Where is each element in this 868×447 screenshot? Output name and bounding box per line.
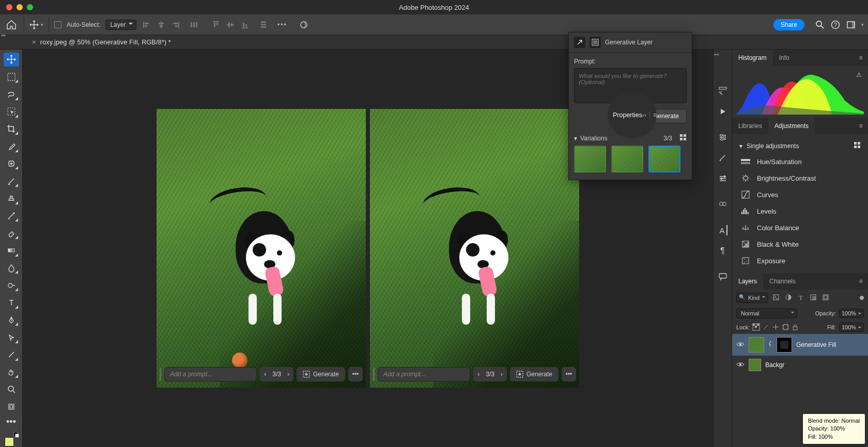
pen-tool[interactable] bbox=[4, 313, 19, 327]
panel-icon-properties[interactable] bbox=[718, 132, 728, 142]
tab-libraries[interactable]: Libraries bbox=[732, 118, 768, 134]
align-bottom-icon[interactable] bbox=[240, 20, 250, 30]
panel-menu-icon[interactable]: ≡ bbox=[653, 111, 657, 119]
panel-icon-history[interactable] bbox=[718, 86, 728, 96]
align-right-icon[interactable] bbox=[171, 20, 181, 30]
tab-adjustments[interactable]: Adjustments bbox=[768, 118, 815, 134]
filter-pixel-icon[interactable] bbox=[771, 294, 781, 302]
variation-thumbnail-3[interactable] bbox=[648, 146, 680, 172]
generate-button[interactable]: Generate bbox=[510, 367, 559, 381]
align-top-icon[interactable] bbox=[211, 20, 221, 30]
panel-icon-character[interactable]: A bbox=[718, 225, 727, 235]
layer-thumbnail[interactable] bbox=[749, 359, 761, 371]
taskbar-grip[interactable] bbox=[373, 368, 375, 381]
panel-menu-icon[interactable]: ≡ bbox=[854, 50, 868, 66]
adj-brightness-contrast[interactable]: Brightness/Contrast bbox=[734, 170, 866, 186]
dodge-tool[interactable] bbox=[4, 278, 19, 292]
layer-filter-kind-dropdown[interactable]: Kind bbox=[736, 293, 768, 303]
gradient-tool[interactable] bbox=[4, 244, 19, 258]
panel-icon-swatches[interactable] bbox=[718, 199, 728, 210]
blend-mode-dropdown[interactable]: Normal bbox=[736, 308, 797, 318]
histogram-warning-icon[interactable]: ⚠ bbox=[856, 71, 862, 78]
taskbar-more-icon[interactable]: ••• bbox=[348, 367, 363, 381]
close-window-button[interactable] bbox=[6, 4, 12, 10]
lock-all-icon[interactable] bbox=[792, 324, 798, 331]
auto-select-checkbox[interactable] bbox=[54, 21, 61, 28]
frame-tool[interactable] bbox=[4, 400, 19, 414]
adj-curves[interactable]: Curves bbox=[734, 186, 866, 203]
filter-smart-icon[interactable] bbox=[821, 294, 830, 302]
properties-panel[interactable]: Properties ›› ≡ Generative Layer Prompt:… bbox=[568, 32, 692, 180]
panel-menu-icon[interactable]: ≡ bbox=[854, 118, 868, 134]
crop-tool[interactable] bbox=[4, 122, 19, 136]
next-variation-icon[interactable]: › bbox=[283, 371, 293, 378]
brush-tool[interactable] bbox=[4, 174, 19, 188]
close-tab-icon[interactable]: × bbox=[32, 38, 36, 46]
layer-name[interactable]: Generative Fill bbox=[796, 341, 836, 348]
taskbar-more-icon[interactable]: ••• bbox=[562, 367, 576, 381]
generate-button[interactable]: Generate bbox=[297, 367, 345, 381]
chevron-down-icon[interactable]: ▾ bbox=[739, 142, 742, 150]
align-left-icon[interactable] bbox=[142, 20, 152, 30]
prev-variation-icon[interactable]: ‹ bbox=[473, 371, 484, 378]
prompt-input[interactable]: Add a prompt... bbox=[378, 367, 470, 381]
next-variation-icon[interactable]: › bbox=[497, 371, 507, 378]
line-tool[interactable] bbox=[4, 348, 19, 362]
color-swatches[interactable] bbox=[4, 433, 19, 447]
taskbar-grip[interactable] bbox=[160, 368, 161, 381]
document-tab[interactable]: × roxy.jpeg @ 50% (Generative Fill, RGB/… bbox=[25, 36, 178, 48]
layer-thumbnail[interactable] bbox=[749, 337, 764, 353]
panel-icon-comments[interactable] bbox=[718, 272, 728, 282]
drag-handle-left[interactable]: ▸▸ bbox=[2, 33, 6, 38]
adjustments-grid-view-icon[interactable] bbox=[854, 141, 861, 150]
search-icon[interactable] bbox=[815, 20, 825, 30]
adj-color-balance[interactable]: Color Balance bbox=[734, 219, 866, 236]
layer-mask-link-icon[interactable] bbox=[768, 341, 772, 349]
workspace-chevron-icon[interactable]: ▾ bbox=[861, 22, 864, 27]
lock-transparency-icon[interactable] bbox=[753, 324, 760, 331]
move-tool[interactable] bbox=[4, 53, 19, 67]
marquee-tool[interactable] bbox=[4, 70, 19, 84]
zoom-window-button[interactable] bbox=[27, 4, 33, 10]
tab-histogram[interactable]: Histogram bbox=[732, 50, 773, 66]
home-button[interactable] bbox=[4, 18, 19, 32]
tab-channels[interactable]: Channels bbox=[763, 273, 802, 290]
help-icon[interactable]: ? bbox=[830, 20, 841, 30]
zoom-tool[interactable] bbox=[4, 382, 19, 396]
opacity-dropdown[interactable]: 100% bbox=[839, 309, 864, 318]
visibility-toggle-icon[interactable] bbox=[736, 341, 745, 349]
lock-position-icon[interactable] bbox=[772, 324, 779, 331]
align-vcenter-icon[interactable] bbox=[225, 20, 236, 30]
layer-mask-thumbnail[interactable] bbox=[777, 337, 792, 353]
prev-variation-icon[interactable]: ‹ bbox=[260, 371, 270, 378]
type-tool[interactable]: T bbox=[4, 296, 19, 310]
panel-icon-actions[interactable] bbox=[718, 106, 728, 117]
adj-exposure[interactable]: Exposure bbox=[734, 252, 866, 269]
3d-mode-icon[interactable] bbox=[299, 20, 309, 30]
variations-grid-icon[interactable] bbox=[679, 134, 687, 142]
lock-paint-icon[interactable] bbox=[763, 324, 769, 331]
layer-name[interactable]: Backgr bbox=[765, 361, 784, 369]
filter-type-icon[interactable]: T bbox=[796, 294, 805, 302]
tool-preset-chevron-icon[interactable]: ▾ bbox=[41, 22, 43, 27]
tab-info[interactable]: Info bbox=[773, 50, 796, 66]
variation-thumbnail-1[interactable] bbox=[574, 146, 606, 172]
distribute-h-icon[interactable] bbox=[189, 20, 199, 30]
eraser-tool[interactable] bbox=[4, 226, 19, 240]
share-button[interactable]: Share bbox=[773, 19, 804, 30]
chevron-down-icon[interactable]: ▾ bbox=[574, 135, 577, 142]
more-options-icon[interactable]: ••• bbox=[277, 20, 287, 30]
adj-levels[interactable]: Levels bbox=[734, 203, 866, 219]
hand-tool[interactable] bbox=[4, 365, 19, 379]
layer-background[interactable]: Backgr bbox=[732, 356, 868, 374]
auto-select-target-dropdown[interactable]: Layer bbox=[105, 20, 136, 30]
history-brush-tool[interactable] bbox=[4, 209, 19, 223]
align-hcenter-icon[interactable] bbox=[156, 20, 166, 30]
layer-generative-fill[interactable]: Generative Fill bbox=[732, 334, 868, 356]
eyedropper-tool[interactable] bbox=[4, 139, 19, 153]
object-select-tool[interactable] bbox=[4, 105, 19, 119]
generative-layer-flyout-icon[interactable] bbox=[574, 37, 585, 48]
healing-brush-tool[interactable] bbox=[4, 157, 19, 171]
filter-shape-icon[interactable] bbox=[809, 294, 818, 302]
prompt-input[interactable]: Add a prompt... bbox=[164, 367, 257, 381]
